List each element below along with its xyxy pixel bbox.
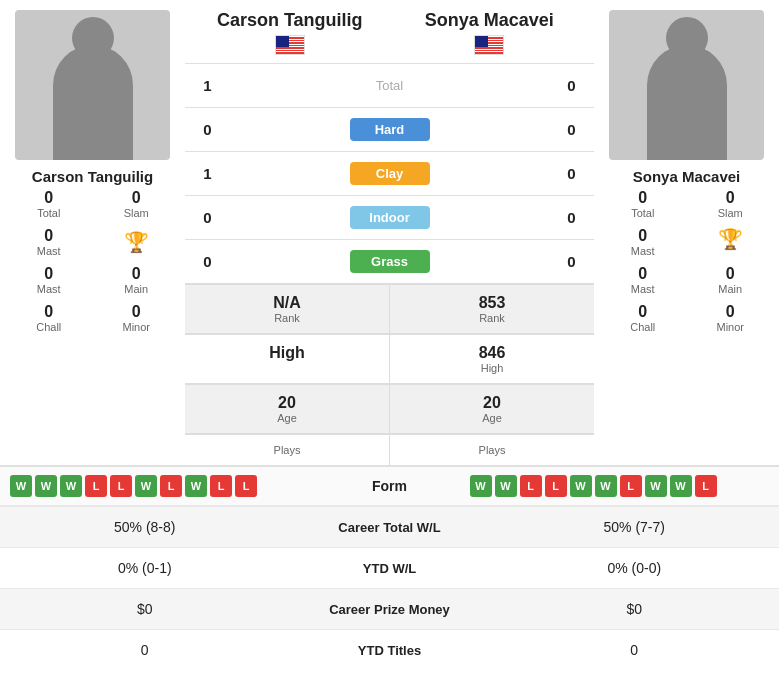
surface-grass: 0 Grass 0 xyxy=(185,239,594,283)
rchl: Chall xyxy=(630,321,655,333)
indoor-label: Indoor xyxy=(350,206,430,229)
right-player-panel: Sonya Macavei 0 Total 0 Slam 0 Mast 🏆 0 … xyxy=(594,0,779,465)
indoor-right-val: 0 xyxy=(549,209,594,226)
left-name-center: Carson Tanguilig xyxy=(190,10,390,31)
rminv: 0 xyxy=(726,303,735,321)
center-age-box: 20 Age 20 Age xyxy=(185,383,594,433)
left-minor: 0 Minor xyxy=(93,299,181,337)
surface-indoor: 0 Indoor 0 xyxy=(185,195,594,239)
comparison-row: 0% (0-1) YTD W/L 0% (0-0) xyxy=(0,547,779,588)
right-form-badge: L xyxy=(545,475,567,497)
left-form-badges: WWWLLWLWLL xyxy=(10,475,310,497)
right-form-badge: W xyxy=(495,475,517,497)
left-slam-stat: 0 Slam xyxy=(93,185,181,223)
left-form-badge: L xyxy=(235,475,257,497)
indoor-left-val: 0 xyxy=(185,209,230,226)
left-flag xyxy=(275,35,305,55)
lchl: Chall xyxy=(36,321,61,333)
clay-badge: Clay xyxy=(230,162,549,185)
comp-left-val: 0% (0-1) xyxy=(0,548,290,588)
right-silhouette xyxy=(647,45,727,160)
right-flag xyxy=(474,35,504,55)
comp-center-label: Career Prize Money xyxy=(290,590,490,629)
right-age-lbl: Age xyxy=(482,412,502,424)
grass-right-val: 0 xyxy=(549,253,594,270)
hard-right-val: 0 xyxy=(549,121,594,138)
comp-right-val: 0% (0-0) xyxy=(490,548,780,588)
comp-right-val: 0 xyxy=(490,630,780,670)
left-main2: 0 Main xyxy=(93,261,181,299)
left-age-lbl: Age xyxy=(277,412,297,424)
grass-label: Grass xyxy=(350,250,430,273)
lmn2l: Main xyxy=(124,283,148,295)
rmn2l: Main xyxy=(718,283,742,295)
right-age-box: 20 Age xyxy=(390,384,594,433)
left-high-box: High xyxy=(185,334,390,383)
comp-left-val: 50% (8-8) xyxy=(0,507,290,547)
right-plays-lbl: Plays xyxy=(479,444,506,456)
comp-right-val: 50% (7-7) xyxy=(490,507,780,547)
total-row: 1 Total 0 xyxy=(185,63,594,107)
clay-label: Clay xyxy=(350,162,430,185)
right-form-badge: W xyxy=(670,475,692,497)
left-mast-lbl: Mast xyxy=(37,245,61,257)
bottom-section: WWWLLWLWLL Form WWLLWWLWWL 50% (8-8) Car… xyxy=(0,465,779,670)
comp-center-label: YTD Titles xyxy=(290,631,490,670)
right-form-badge: W xyxy=(570,475,592,497)
left-form-badge: L xyxy=(85,475,107,497)
right-slam-stat: 0 Slam xyxy=(687,185,775,223)
comparison-rows: 50% (8-8) Career Total W/L 50% (7-7) 0% … xyxy=(0,506,779,670)
right-main2: 0 Main xyxy=(687,261,775,299)
left-plays-box: Plays xyxy=(185,434,390,465)
form-label: Form xyxy=(310,478,470,494)
right-form-badge: W xyxy=(645,475,667,497)
center-high-box: High 846 High xyxy=(185,333,594,383)
right-total-lbl: Total xyxy=(631,207,654,219)
clay-left-val: 1 xyxy=(185,165,230,182)
right-form-badge: W xyxy=(595,475,617,497)
right-name-center: Sonya Macavei xyxy=(390,10,590,31)
lm2v: 0 xyxy=(44,265,53,283)
right-high-box: 846 High xyxy=(390,334,594,383)
left-form-badge: W xyxy=(185,475,207,497)
right-player-photo xyxy=(609,10,764,160)
rm2v: 0 xyxy=(638,265,647,283)
right-stats-grid: 0 Total 0 Slam 0 Mast 🏆 xyxy=(599,185,774,261)
left-total-center: 1 xyxy=(185,77,230,94)
hard-label: Hard xyxy=(350,118,430,141)
comparison-row: $0 Career Prize Money $0 xyxy=(0,588,779,629)
left-rank-val: N/A xyxy=(273,294,301,312)
right-age-val: 20 xyxy=(483,394,501,412)
left-mast2: 0 Mast xyxy=(5,261,93,299)
right-chall: 0 Chall xyxy=(599,299,687,337)
right-rank-lbl: Rank xyxy=(479,312,505,324)
left-age-val: 20 xyxy=(278,394,296,412)
right-slam-val: 0 xyxy=(726,189,735,207)
left-stats-grid2: 0 Mast 0 Main 0 Chall 0 Minor xyxy=(5,261,180,337)
rmn2v: 0 xyxy=(726,265,735,283)
right-slam-lbl: Slam xyxy=(718,207,743,219)
right-form-badges: WWLLWWLWWL xyxy=(470,475,770,497)
right-trophy: 🏆 xyxy=(687,223,775,261)
lminv: 0 xyxy=(132,303,141,321)
left-form-badge: L xyxy=(160,475,182,497)
right-total-stat: 0 Total xyxy=(599,185,687,223)
left-stats-grid: 0 Total 0 Slam 0 Mast 🏆 xyxy=(5,185,180,261)
right-mast-val: 0 xyxy=(638,227,647,245)
center-panel: Carson Tanguilig Sonya Macavei 1 Total 0… xyxy=(185,0,594,465)
left-total-stat: 0 Total xyxy=(5,185,93,223)
left-total-lbl: Total xyxy=(37,207,60,219)
right-rank-box: 853 Rank xyxy=(390,284,594,333)
indoor-badge: Indoor xyxy=(230,206,549,229)
left-slam-val: 0 xyxy=(132,189,141,207)
rminl: Minor xyxy=(716,321,744,333)
right-player-name: Sonya Macavei xyxy=(633,168,741,185)
comparison-row: 50% (8-8) Career Total W/L 50% (7-7) xyxy=(0,506,779,547)
right-mast2: 0 Mast xyxy=(599,261,687,299)
right-form-badge: L xyxy=(520,475,542,497)
left-form-badge: W xyxy=(10,475,32,497)
center-rank-box: N/A Rank 853 Rank xyxy=(185,283,594,333)
left-silhouette xyxy=(53,45,133,160)
left-trophy-icon: 🏆 xyxy=(124,230,149,254)
comp-right-val: $0 xyxy=(490,589,780,629)
